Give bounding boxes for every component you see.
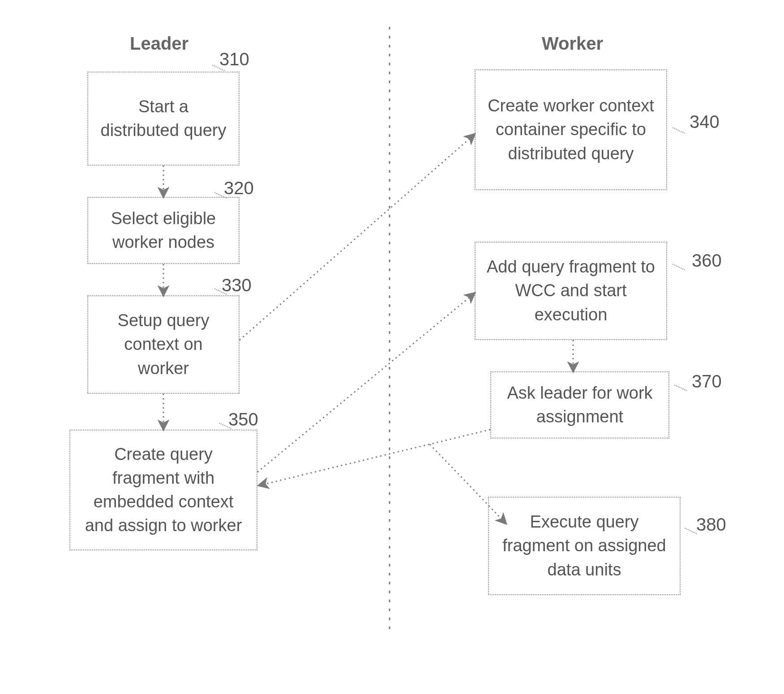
leader-tick [670, 127, 685, 139]
ref-label-340: 340 [690, 112, 720, 132]
ref-label-370: 370 [692, 371, 722, 392]
ref-label-310: 310 [219, 49, 249, 69]
box-execute-query-fragment: Execute query fragment on assigned data … [488, 497, 681, 595]
box-create-query-fragment: Create query fragment with embedded cont… [69, 430, 257, 550]
ref-label-320: 320 [224, 178, 254, 198]
diagram-canvas: Leader Worker Start a distributed query … [0, 0, 784, 694]
arrow-330-to-340 [240, 134, 475, 340]
ref-label-360: 360 [692, 251, 722, 271]
leader-tick [672, 384, 687, 396]
box-start-distributed-query: Start a distributed query [87, 72, 240, 166]
leader-tick [670, 264, 685, 276]
worker-column-title: Worker [542, 34, 603, 54]
box-create-worker-context: Create worker context container specific… [475, 69, 667, 190]
leader-column-title: Leader [130, 34, 189, 54]
box-ask-leader: Ask leader for work assignment [490, 371, 669, 439]
box-select-worker-nodes: Select eligible worker nodes [87, 197, 240, 264]
ref-label-330: 330 [222, 275, 252, 295]
ref-label-380: 380 [696, 515, 726, 535]
box-setup-query-context: Setup query context on worker [87, 295, 240, 394]
arrow-370-to-350 [259, 430, 490, 485]
ref-label-350: 350 [228, 409, 258, 430]
arrow-350-to-360 [257, 293, 475, 472]
box-add-query-fragment: Add query fragment to WCC and start exec… [475, 242, 667, 340]
leader-tick [682, 528, 697, 540]
